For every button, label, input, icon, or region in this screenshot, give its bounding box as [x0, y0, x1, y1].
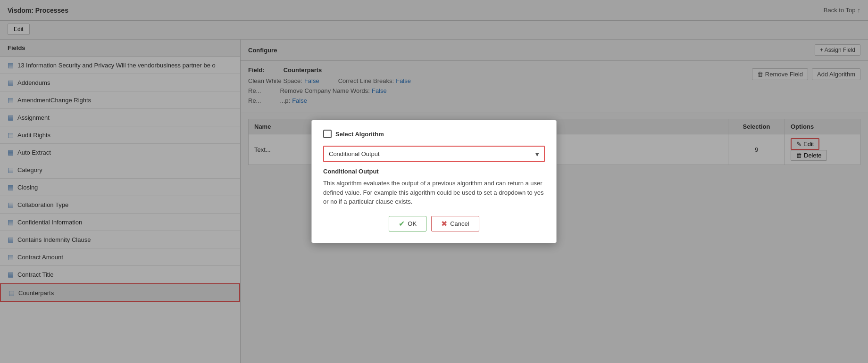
modal-ok-button[interactable]: ✔ OK [389, 216, 426, 231]
modal-title-bar: Select Algorithm [323, 130, 545, 138]
algorithm-select-wrapper: Conditional Output Text Extraction Regex… [323, 146, 545, 162]
cancel-label: Cancel [450, 220, 469, 227]
select-algorithm-modal: Select Algorithm Conditional Output Text… [311, 120, 557, 243]
modal-overlay: Select Algorithm Conditional Output Text… [0, 0, 868, 363]
modal-cancel-button[interactable]: ✖ Cancel [431, 216, 479, 231]
ok-icon: ✔ [399, 219, 405, 228]
algorithm-description-text: This algorithm evaluates the output of a… [323, 179, 545, 206]
modal-actions: ✔ OK ✖ Cancel [323, 216, 545, 231]
modal-window-icon [323, 130, 332, 138]
ok-label: OK [408, 220, 417, 227]
algorithm-description-title: Conditional Output [323, 168, 545, 175]
algorithm-select[interactable]: Conditional Output Text Extraction Regex… [323, 146, 545, 162]
modal-title-label: Select Algorithm [335, 131, 384, 138]
cancel-icon: ✖ [441, 219, 447, 228]
